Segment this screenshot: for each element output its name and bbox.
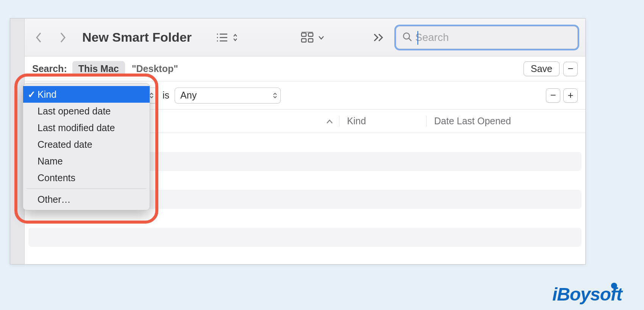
forward-button[interactable] (55, 28, 70, 47)
svg-line-12 (409, 38, 411, 41)
search-input[interactable] (415, 31, 571, 44)
svg-rect-9 (308, 39, 313, 42)
criteria-operator: is (163, 90, 169, 101)
svg-rect-6 (302, 33, 306, 36)
criteria-value-select[interactable]: Any (175, 88, 281, 103)
search-scope-bar: Search: This Mac "Desktop" Save − (25, 56, 585, 81)
dropdown-item-created[interactable]: Created date (23, 136, 150, 153)
view-grid-button[interactable] (296, 28, 329, 47)
dropdown-item-other[interactable]: Other… (23, 191, 150, 208)
result-row (25, 247, 585, 264)
dropdown-item-last-modified[interactable]: Last modified date (23, 119, 150, 136)
criteria-value: Any (180, 90, 197, 101)
search-icon (402, 32, 412, 43)
scope-this-mac[interactable]: This Mac (72, 61, 125, 77)
toolbar-overflow-button[interactable] (370, 33, 388, 42)
column-date-opened[interactable]: Date Last Opened (426, 116, 585, 127)
column-kind[interactable]: Kind (339, 116, 426, 127)
watermark: iBoysoft (552, 284, 629, 305)
svg-rect-7 (302, 39, 306, 42)
window-title: New Smart Folder (82, 30, 192, 45)
toolbar: New Smart Folder (25, 19, 585, 56)
scope-label: Search: (32, 63, 67, 74)
search-field[interactable] (396, 26, 578, 49)
dropdown-item-last-opened[interactable]: Last opened date (23, 103, 150, 119)
view-list-button[interactable] (211, 28, 242, 47)
result-row (28, 228, 581, 247)
svg-point-11 (403, 33, 410, 39)
dropdown-item-contents[interactable]: Contents (23, 169, 150, 186)
svg-point-4 (217, 40, 218, 41)
back-button[interactable] (31, 28, 47, 47)
criteria-add-button[interactable]: + (563, 88, 578, 103)
dropdown-item-kind[interactable]: Kind (23, 86, 150, 103)
criteria-remove-button[interactable]: − (546, 88, 560, 103)
svg-point-0 (217, 33, 218, 34)
svg-rect-8 (308, 33, 313, 36)
dropdown-item-name[interactable]: Name (23, 153, 150, 169)
save-button[interactable]: Save (524, 61, 560, 76)
dropdown-divider (26, 188, 147, 189)
criteria-attribute-dropdown[interactable]: Kind Last opened date Last modified date… (23, 83, 150, 210)
sort-chevron-icon (326, 116, 333, 127)
text-caret (417, 31, 418, 45)
stepper-icon (273, 92, 277, 99)
remove-rule-button[interactable]: − (563, 62, 578, 76)
scope-desktop[interactable]: "Desktop" (132, 63, 178, 74)
result-row (25, 209, 585, 228)
svg-point-2 (217, 37, 218, 38)
watermark-dot-icon (611, 283, 617, 289)
